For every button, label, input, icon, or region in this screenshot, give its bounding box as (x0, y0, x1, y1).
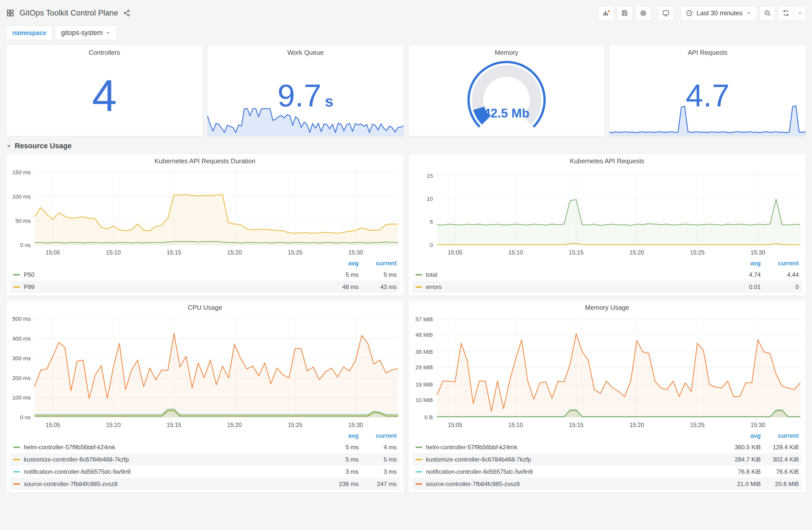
legend-row: notification-controller-6d56575dc-5w9n93… (10, 466, 400, 478)
series-color-swatch (416, 286, 422, 288)
section-resource-usage[interactable]: Resource Usage (6, 142, 806, 150)
panel-title[interactable]: CPU Usage (6, 300, 404, 311)
series-name[interactable]: helm-controller-57f9b56bbf-k24mk (426, 444, 723, 451)
chevron-down-icon (746, 10, 752, 16)
zoom-out-button[interactable] (760, 6, 775, 20)
panel-title[interactable]: Memory (408, 45, 605, 56)
dashboard-title[interactable]: GitOps Toolkit Control Plane (19, 9, 118, 17)
legend-sort-avg[interactable]: avg (723, 432, 761, 439)
panel-title[interactable]: Work Queue (207, 45, 404, 56)
series-name[interactable]: kustomize-controller-6c6784b468-7kzfp (426, 456, 723, 463)
series-current: 0 (761, 283, 799, 291)
clock-icon (686, 10, 693, 17)
panel-title[interactable]: Kubernetes API Requests Duration (6, 154, 404, 165)
legend-row: total4.744.44 (412, 268, 802, 281)
series-name[interactable]: kustomize-controller-6c6784b468-7kzfp (24, 456, 321, 463)
series-name[interactable]: notification-controller-6d56575dc-5w9n9 (426, 468, 723, 475)
memory-gauge: 42.5 Mb (464, 59, 549, 134)
refresh-interval-button[interactable] (794, 6, 806, 20)
save-icon (621, 9, 628, 17)
series-avg: 21.0 MiB (723, 481, 761, 487)
series-color-swatch (416, 459, 422, 460)
controllers-value: 4 (6, 74, 203, 118)
svg-text:15:10: 15:10 (508, 249, 523, 256)
chart-canvas[interactable]: 15:0515:1015:1515:2015:2515:30051015 (409, 165, 805, 258)
svg-text:10: 10 (426, 196, 433, 202)
series-name[interactable]: notification-controller-6d56575dc-5w9n9 (24, 468, 321, 475)
series-color-swatch (13, 446, 20, 448)
refresh-button[interactable] (778, 6, 794, 20)
legend-header: avgcurrent (412, 430, 802, 441)
add-panel-icon (602, 9, 610, 17)
legend-sort-avg[interactable]: avg (321, 432, 359, 439)
legend-header: avgcurrent (10, 258, 400, 268)
legend-header: avgcurrent (412, 258, 802, 268)
time-range-picker[interactable]: Last 30 minutes (680, 6, 757, 20)
panel-api-requests: API Requests 4.7 (609, 44, 806, 136)
add-panel-button[interactable] (598, 6, 614, 20)
legend-row: source-controller-7fb84fc985-zvsz821.0 M… (412, 478, 802, 490)
legend-header: avgcurrent (10, 430, 400, 441)
panel-title[interactable]: API Requests (609, 45, 806, 56)
series-name[interactable]: source-controller-7fb84fc985-zvsz8 (24, 481, 321, 487)
refresh-icon (782, 9, 790, 17)
chart-legend: avgcurrenttotal4.744.44errors0.010 (408, 258, 806, 295)
chart-canvas[interactable]: 15:0515:1015:1515:2015:2515:300 ns50 ms1… (7, 165, 403, 258)
series-name[interactable]: errors (426, 283, 723, 291)
legend-sort-avg[interactable]: avg (723, 260, 761, 267)
series-avg: 236 ms (321, 481, 359, 487)
refresh-button-group (778, 6, 806, 20)
series-name[interactable]: source-controller-7fb84fc985-zvsz8 (426, 481, 723, 487)
apps-icon[interactable] (6, 9, 15, 17)
svg-text:100 ms: 100 ms (12, 395, 30, 401)
chart-canvas[interactable]: 15:0515:1015:1515:2015:2515:300 B10 MiB1… (409, 311, 805, 430)
save-dashboard-button[interactable] (617, 6, 633, 20)
panel-k8s-api-requests-duration: Kubernetes API Requests Duration 15:0515… (6, 153, 404, 296)
legend-sort-current[interactable]: current (761, 432, 799, 439)
series-avg: 3 ms (321, 468, 359, 475)
panel-title[interactable]: Kubernetes API Requests (408, 154, 806, 165)
panel-title[interactable]: Memory Usage (408, 300, 806, 311)
cycle-view-mode-button[interactable] (658, 6, 673, 20)
series-color-swatch (416, 446, 422, 448)
svg-text:19 MiB: 19 MiB (415, 382, 433, 388)
variable-value-dropdown[interactable]: gitops-system (55, 26, 117, 40)
panel-title[interactable]: Controllers (6, 45, 203, 56)
legend-sort-current[interactable]: current (359, 260, 397, 267)
legend-sort-avg[interactable]: avg (321, 260, 359, 267)
svg-text:15:25: 15:25 (690, 422, 705, 428)
legend-row: P9948 ms43 ms (10, 281, 400, 293)
svg-text:300 ms: 300 ms (12, 355, 30, 362)
series-name[interactable]: P50 (24, 271, 321, 278)
svg-text:15:15: 15:15 (166, 249, 181, 256)
monitor-icon (662, 9, 670, 17)
series-color-swatch (13, 286, 20, 288)
series-current: 5 ms (359, 456, 397, 463)
chevron-down-icon (6, 143, 12, 149)
svg-text:15:10: 15:10 (106, 422, 120, 428)
share-alt-icon[interactable] (123, 9, 131, 17)
series-color-swatch (416, 471, 422, 472)
svg-text:150 ms: 150 ms (12, 169, 30, 176)
series-name[interactable]: total (426, 271, 723, 278)
legend-sort-current[interactable]: current (359, 432, 397, 439)
series-color-swatch (13, 274, 20, 276)
series-name[interactable]: P99 (24, 283, 321, 291)
legend-row: P505 ms5 ms (10, 268, 400, 281)
panel-k8s-api-requests: Kubernetes API Requests 15:0515:1015:151… (408, 153, 806, 296)
svg-text:38 MiB: 38 MiB (415, 349, 433, 355)
svg-text:57 MiB: 57 MiB (415, 316, 433, 323)
dashboard-settings-button[interactable] (635, 6, 651, 20)
series-name[interactable]: helm-controller-57f9b56bbf-k24mk (24, 444, 321, 451)
svg-text:5: 5 (430, 219, 433, 225)
svg-text:15:05: 15:05 (448, 422, 462, 428)
chart-canvas[interactable]: 15:0515:1015:1515:2015:2515:300 ns100 ms… (7, 311, 403, 430)
series-color-swatch (13, 471, 20, 472)
svg-text:15:20: 15:20 (227, 249, 242, 256)
section-title: Resource Usage (15, 142, 72, 150)
legend-sort-current[interactable]: current (761, 260, 799, 267)
series-color-swatch (416, 483, 422, 485)
dashboard-page: GitOps Toolkit Control Plane (0, 0, 812, 493)
svg-text:15:10: 15:10 (508, 422, 523, 428)
svg-text:15:30: 15:30 (348, 422, 363, 428)
